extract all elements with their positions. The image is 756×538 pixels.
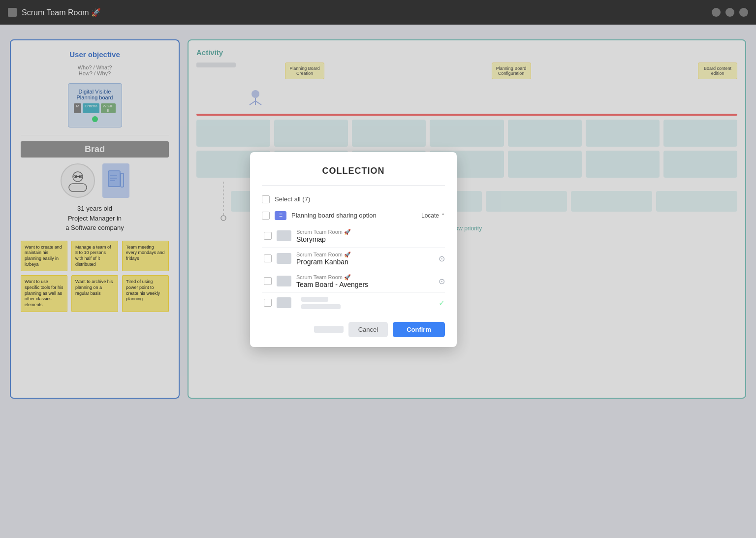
confirm-button[interactable]: Confirm — [393, 322, 445, 337]
footer-content — [301, 297, 434, 309]
modal-overlay: COLLECTION Select all (7) ☰ Planning boa… — [0, 0, 756, 538]
modal-title: COLLECTION — [262, 166, 445, 176]
collection-modal: COLLECTION Select all (7) ☰ Planning boa… — [250, 152, 457, 347]
list-item[interactable]: Scrum Team Room 🚀 Program Kanban ⊙ — [262, 248, 445, 270]
item-content-2: Scrum Team Room 🚀 Program Kanban — [296, 252, 434, 266]
modal-actions: Cancel Confirm — [262, 322, 445, 337]
select-all-label: Select all (7) — [275, 195, 310, 203]
checkmark-icon: ✓ — [439, 298, 445, 308]
footer-checkbox[interactable] — [264, 299, 272, 307]
item-checkbox-1[interactable] — [264, 232, 272, 240]
section-checkbox[interactable] — [262, 212, 270, 220]
item-parent-3: Scrum Team Room 🚀 — [296, 274, 434, 281]
select-all-checkbox[interactable] — [262, 195, 270, 203]
section-header: ☰ Planning board sharing option Locate ⌃ — [262, 208, 445, 223]
cancel-button[interactable]: Cancel — [348, 322, 388, 337]
item-content-3: Scrum Team Room 🚀 Team Board - Avengers — [296, 274, 434, 288]
item-thumbnail-2 — [277, 253, 291, 264]
layers-icon: ⊙ — [439, 254, 445, 263]
item-checkbox-3[interactable] — [264, 277, 272, 285]
locate-button[interactable]: Locate ⌃ — [421, 212, 445, 219]
item-parent-1: Scrum Team Room 🚀 — [296, 229, 445, 235]
select-all-row[interactable]: Select all (7) — [262, 192, 445, 206]
modal-list: Scrum Team Room 🚀 Storymap Scrum Team Ro… — [262, 225, 445, 313]
item-name-1: Storymap — [296, 235, 445, 243]
item-thumbnail-3 — [277, 276, 291, 286]
item-thumbnail-1 — [277, 230, 291, 241]
section-icon: ☰ — [275, 211, 286, 220]
modal-footer-item[interactable]: ✓ — [262, 293, 445, 313]
footer-thumbnail — [277, 297, 291, 308]
section-label: Planning board sharing option — [291, 212, 416, 219]
action-placeholder — [314, 326, 344, 333]
list-item[interactable]: Scrum Team Room 🚀 Team Board - Avengers … — [262, 270, 445, 293]
chevron-up-icon: ⌃ — [441, 213, 445, 218]
modal-divider — [262, 185, 445, 186]
item-name-2: Program Kanban — [296, 258, 434, 266]
item-name-3: Team Board - Avengers — [296, 281, 434, 288]
main-content: ‹ User objective Who? / What? How? / Why… — [0, 25, 756, 538]
list-item[interactable]: Scrum Team Room 🚀 Storymap — [262, 225, 445, 248]
item-checkbox-2[interactable] — [264, 254, 272, 262]
layers-icon-2: ⊙ — [439, 277, 445, 286]
item-content-1: Scrum Team Room 🚀 Storymap — [296, 229, 445, 243]
item-parent-2: Scrum Team Room 🚀 — [296, 252, 434, 258]
